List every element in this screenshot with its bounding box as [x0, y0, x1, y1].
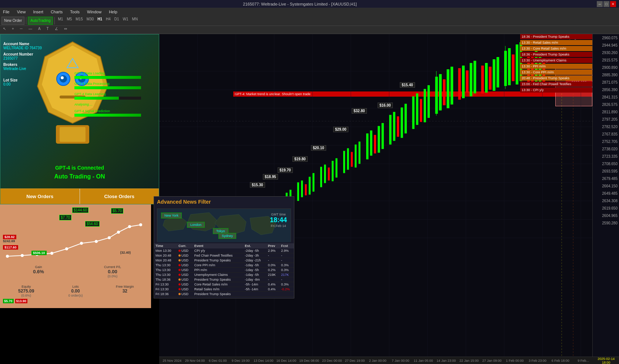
menu-help[interactable]: Help	[107, 10, 119, 14]
new-orders-button[interactable]: New Orders	[0, 188, 80, 204]
news-row-1: Mon 13:30 USD CPI y/y -2day -5h 2.9% 2.9…	[154, 248, 294, 253]
svg-rect-109	[458, 68, 461, 100]
tl-11: 7 Jan 00:00	[389, 359, 412, 363]
tf-m1[interactable]: M1	[56, 17, 64, 24]
tl-13: 14 Jan 23:00	[435, 359, 458, 363]
gain-box: Gain 0.6%	[3, 265, 74, 278]
maximize-button[interactable]: □	[603, 1, 609, 7]
tf-h4[interactable]: H4	[104, 17, 112, 24]
tl-5: 13 Dec 14:00	[252, 359, 275, 363]
svg-rect-121	[512, 54, 515, 81]
svg-rect-112	[470, 63, 472, 96]
price-2871: 2871.075	[602, 80, 618, 84]
svg-rect-94	[389, 115, 391, 144]
svg-rect-99	[412, 96, 414, 129]
perf-label-1: $28.92	[3, 235, 16, 239]
svg-rect-75	[301, 180, 303, 197]
news-6: 13:30 - PPI m/m	[520, 64, 592, 69]
menu-view[interactable]: View	[16, 10, 27, 14]
equity-value: 5275.09	[3, 288, 49, 294]
tf-d1[interactable]: D1	[113, 17, 121, 24]
separator2	[54, 17, 55, 24]
title-text: 2165077: Weltrade-Live - Systemgates Lim…	[3, 2, 597, 6]
hline-tool[interactable]: ―	[27, 27, 34, 33]
tf-m15[interactable]: M15	[74, 17, 84, 24]
svg-rect-90	[370, 130, 372, 156]
close-orders-button[interactable]: Close Orders	[80, 188, 159, 204]
profit-1895: $18.95	[263, 174, 278, 180]
tf-m30[interactable]: M30	[85, 17, 95, 24]
svg-rect-97	[401, 107, 403, 138]
svg-rect-89	[366, 133, 368, 159]
col-curr: Curr.	[177, 243, 193, 248]
gmt-label: GMT time	[270, 213, 287, 216]
price-scale: 2960.075 2944.945 2930.260 2915.575 2900…	[592, 34, 619, 357]
tf-h1[interactable]: H1	[96, 17, 104, 24]
svg-point-23	[139, 223, 142, 226]
profit-2010: $20.10	[311, 145, 326, 151]
angle-tool[interactable]: ∠	[53, 27, 60, 33]
london-market-btn[interactable]: London	[187, 222, 205, 228]
svg-point-4	[60, 75, 67, 83]
gmt-display: GMT time 18:44 Fri,Feb 14	[270, 213, 287, 228]
svg-rect-83	[335, 158, 337, 177]
sydney-market-btn[interactable]: Sydney	[218, 233, 236, 239]
price-2841: 2841.315	[602, 95, 618, 99]
news-row-8: Fri 13:30 USD Core Retail Sales m/m -5h …	[154, 282, 294, 287]
tl-4: 9 Dec 19:00	[229, 359, 252, 363]
arrows-tool[interactable]: ⇔	[63, 27, 68, 33]
close-button[interactable]: ✕	[610, 1, 616, 7]
news-2: 13:30 - Retail Sales m/m	[520, 40, 592, 45]
news-1: 18:36 - President Trump Speaks	[520, 34, 592, 39]
news-8: 20:48 - President Trump Speaks	[520, 76, 592, 81]
price-2604: 2604.965	[602, 214, 618, 218]
price-2708: 2708.650	[602, 162, 618, 166]
performance-panel: $28.92 $242.69 $117.60 $506.10 (32.40) $…	[0, 204, 151, 308]
text-tool[interactable]: A	[37, 27, 42, 33]
svg-rect-110	[462, 66, 465, 98]
menu-insert[interactable]: Insert	[31, 10, 45, 14]
news-events-table: Time Curr. Event Est. Prev Fcst Mon 13:3…	[154, 243, 294, 297]
svg-rect-120	[508, 48, 511, 85]
price-2738: 2738.020	[602, 147, 618, 151]
menu-tools[interactable]: Tools	[68, 10, 81, 14]
price-2723: 2723.335	[602, 154, 618, 158]
menu-file[interactable]: File	[1, 10, 11, 14]
tf-mn[interactable]: MN	[131, 17, 140, 24]
free-margin-value: 32	[102, 288, 148, 294]
order-v5: $5.70	[3, 299, 14, 303]
tl-current: 2025-02-14 18:00	[595, 357, 618, 364]
cursor-tool[interactable]: ↖	[1, 27, 7, 33]
news-filter-header: Advanced News Filter	[154, 197, 294, 208]
tl-2: 29 Nov 04:00	[184, 359, 207, 363]
tl-19: 9 Feb...	[572, 359, 595, 363]
line-tool[interactable]: ─	[19, 27, 24, 33]
tl-10: 2 Jan 00:00	[366, 359, 389, 363]
perf-order-label: (32.40)	[120, 251, 131, 254]
menu-window[interactable]: Window	[86, 10, 103, 14]
timeline: 25 Nov 2024 29 Nov 04:00 6 Dec 01:00 9 D…	[159, 357, 619, 364]
price-2782: 2782.520	[602, 125, 618, 129]
autotrading-button[interactable]: AutoTrading	[28, 17, 53, 25]
gmt-time: 18:44	[270, 216, 287, 224]
crosshair-tool[interactable]: +	[10, 27, 16, 33]
svg-rect-74	[297, 182, 299, 201]
gmt-date: Fri,Feb 14	[270, 224, 287, 228]
svg-rect-103	[428, 85, 430, 118]
news-row-5: Thu 13:30 USD PPI m/m -1day -5h 0.2% 0.3…	[154, 268, 294, 273]
fib-tool[interactable]: T	[45, 27, 50, 33]
tf-w1[interactable]: W1	[121, 17, 130, 24]
tf-m5[interactable]: M5	[65, 17, 73, 24]
svg-rect-11	[60, 127, 86, 142]
news-row-4: Thu 13:30 USD Core PPI m/m -1day -5h 0.0…	[154, 263, 294, 268]
price-2885: 2885.390	[602, 73, 618, 77]
svg-rect-113	[474, 61, 476, 93]
news-row-9: Fri 13:30 USD Retail Sales m/m -5h -14m …	[154, 287, 294, 292]
new-order-button[interactable]: New Order	[1, 17, 24, 25]
price-2664: 2664.150	[602, 184, 618, 188]
minimize-button[interactable]: ─	[597, 1, 603, 7]
menu-charts[interactable]: Charts	[49, 10, 64, 14]
profit-2900: $29.00	[333, 127, 348, 132]
new-york-market-btn[interactable]: New York	[161, 213, 182, 218]
world-map: New York London Tokyo Sydney GMT time 18…	[157, 208, 291, 242]
